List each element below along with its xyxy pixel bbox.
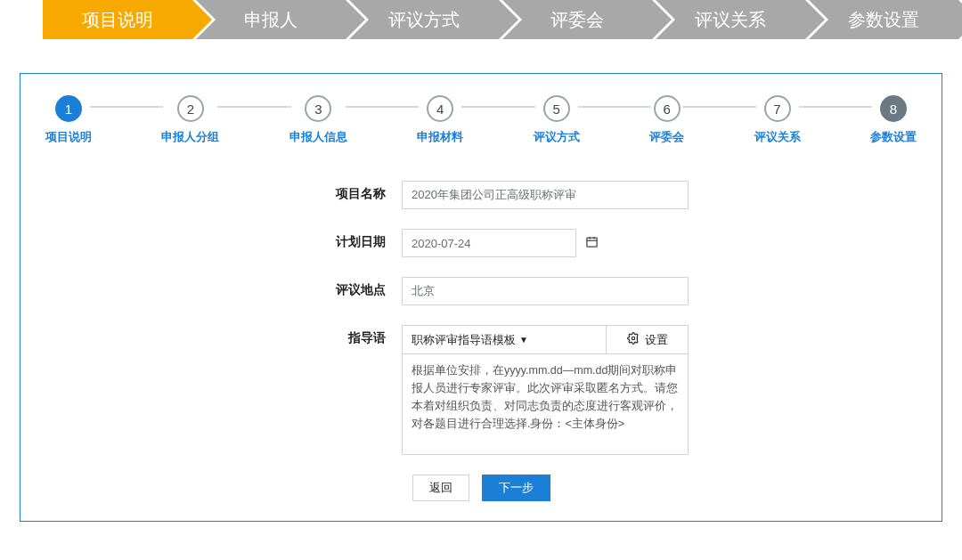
- row-guide: 指导语 职称评审指导语模板 ▼ 设置: [45, 325, 917, 455]
- step-label: 项目说明: [45, 129, 92, 145]
- row-project-name: 项目名称: [45, 181, 917, 209]
- svg-rect-0: [587, 238, 597, 247]
- breadcrumb-arrow-nav: 项目说明申报人评议方式评委会评议关系参数设置: [43, 0, 962, 39]
- step-connector: [578, 106, 651, 108]
- label-project-name: 项目名称: [45, 181, 402, 202]
- arrow-tab-5[interactable]: 参数设置: [809, 0, 958, 39]
- guide-template-dropdown[interactable]: 职称评审指导语模板 ▼: [403, 326, 606, 353]
- step-item-4[interactable]: 4申报材料: [417, 95, 463, 145]
- step-circle: 7: [764, 95, 791, 122]
- step-circle: 1: [55, 95, 82, 122]
- step-item-2[interactable]: 2申报人分组: [161, 95, 219, 145]
- location-input[interactable]: [402, 277, 689, 305]
- step-label: 申报材料: [417, 129, 463, 145]
- step-connector: [217, 106, 290, 108]
- step-circle: 8: [880, 95, 907, 122]
- step-circle: 5: [543, 95, 570, 122]
- step-item-3[interactable]: 3申报人信息: [289, 95, 347, 145]
- arrow-tab-4[interactable]: 评议关系: [656, 0, 805, 39]
- label-guide: 指导语: [45, 325, 402, 346]
- guide-textarea[interactable]: 根据单位安排，在yyyy.mm.dd—mm.dd期间对职称申报人员进行专家评审。…: [403, 354, 688, 454]
- arrow-tab-1[interactable]: 申报人: [196, 0, 346, 39]
- arrow-tab-3[interactable]: 评委会: [502, 0, 652, 39]
- step-item-5[interactable]: 5评议方式: [534, 95, 580, 145]
- step-label: 评议关系: [754, 129, 801, 145]
- guide-template-label: 职称评审指导语模板: [412, 332, 516, 348]
- gear-icon: [627, 332, 640, 347]
- back-button[interactable]: 返回: [412, 475, 469, 501]
- calendar-icon[interactable]: [585, 235, 599, 251]
- step-connector: [682, 106, 755, 108]
- step-label: 申报人分组: [161, 129, 219, 145]
- step-item-1[interactable]: 1项目说明: [45, 95, 92, 145]
- guide-box: 职称评审指导语模板 ▼ 设置 根据单位安排，在yyyy.mm.dd—mm.dd期…: [402, 325, 689, 455]
- arrow-tab-0[interactable]: 项目说明: [43, 0, 192, 39]
- step-connector: [90, 106, 163, 108]
- project-name-input[interactable]: [402, 181, 689, 209]
- step-label: 评委会: [649, 129, 684, 145]
- plan-date-input[interactable]: [402, 229, 576, 257]
- step-circle: 4: [427, 95, 453, 122]
- step-circle: 6: [654, 95, 681, 122]
- label-location: 评议地点: [45, 277, 402, 298]
- step-label: 申报人信息: [289, 129, 347, 145]
- step-connector: [799, 106, 872, 108]
- guide-settings-button[interactable]: 设置: [606, 326, 688, 353]
- next-button[interactable]: 下一步: [482, 475, 550, 501]
- caret-down-icon: ▼: [519, 335, 528, 345]
- arrow-tab-2[interactable]: 评议方式: [349, 0, 499, 39]
- row-location: 评议地点: [45, 277, 917, 305]
- step-progress: 1项目说明2申报人分组3申报人信息4申报材料5评议方式6评委会7评议关系8参数设…: [45, 95, 917, 145]
- step-label: 参数设置: [870, 129, 917, 145]
- step-connector: [346, 106, 419, 108]
- guide-settings-label: 设置: [645, 332, 668, 348]
- form-area: 项目名称 计划日期 评议地点 指导语: [45, 181, 917, 501]
- main-panel: 1项目说明2申报人分组3申报人信息4申报材料5评议方式6评委会7评议关系8参数设…: [20, 73, 942, 522]
- step-connector: [461, 106, 534, 108]
- label-plan-date: 计划日期: [45, 229, 402, 250]
- form-actions: 返回 下一步: [45, 475, 917, 501]
- svg-point-4: [632, 337, 635, 340]
- step-item-7[interactable]: 7评议关系: [754, 95, 801, 145]
- step-circle: 3: [305, 95, 331, 122]
- step-label: 评议方式: [534, 129, 580, 145]
- guide-head: 职称评审指导语模板 ▼ 设置: [403, 326, 688, 354]
- step-circle: 2: [177, 95, 204, 122]
- row-plan-date: 计划日期: [45, 229, 917, 257]
- step-item-8[interactable]: 8参数设置: [870, 95, 917, 145]
- step-item-6[interactable]: 6评委会: [649, 95, 684, 145]
